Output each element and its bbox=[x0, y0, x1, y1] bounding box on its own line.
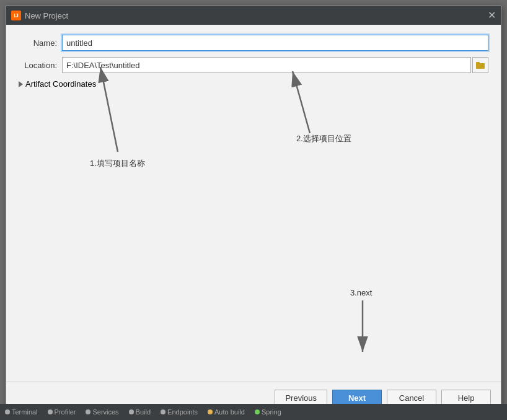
taskbar-profiler[interactable]: Profiler bbox=[48, 408, 76, 416]
name-label: Name: bbox=[19, 38, 62, 48]
location-label: Location: bbox=[19, 61, 62, 70]
taskbar-dot-services bbox=[86, 409, 90, 414]
annotation-3: 3.next bbox=[350, 288, 372, 297]
taskbar-build[interactable]: Build bbox=[129, 408, 151, 416]
dialog-title: New Project bbox=[25, 11, 68, 20]
name-row: Name: bbox=[19, 35, 488, 51]
artifact-coordinates-row[interactable]: Artifact Coordinates bbox=[19, 79, 488, 89]
taskbar-dot-terminal bbox=[5, 409, 10, 414]
annotation-2: 2.选择项目位置 bbox=[296, 133, 351, 144]
taskbar-spring[interactable]: Spring bbox=[255, 408, 281, 416]
taskbar-terminal[interactable]: Terminal bbox=[5, 408, 38, 416]
taskbar-services[interactable]: Services bbox=[86, 408, 118, 416]
taskbar-endpoints[interactable]: Endpoints bbox=[161, 408, 198, 416]
title-bar-left: IJ New Project bbox=[11, 11, 68, 20]
taskbar-dot-build bbox=[129, 409, 134, 414]
folder-icon bbox=[476, 61, 485, 69]
annotation-1: 1.填写项目名称 bbox=[90, 158, 145, 169]
taskbar-dot-endpoints bbox=[161, 409, 165, 414]
title-bar: IJ New Project ✕ bbox=[6, 6, 501, 25]
name-input[interactable] bbox=[62, 35, 488, 51]
location-row: Location: bbox=[19, 57, 488, 73]
taskbar-dot-profiler bbox=[48, 409, 53, 414]
taskbar-dot-spring bbox=[255, 409, 260, 414]
taskbar: Terminal Profiler Services Build Endpoin… bbox=[0, 404, 507, 420]
artifact-toggle-icon bbox=[19, 81, 23, 87]
dialog-body: Name: Location: Artifact Coordinates bbox=[6, 25, 501, 382]
close-button[interactable]: ✕ bbox=[488, 11, 496, 20]
svg-rect-1 bbox=[476, 62, 480, 64]
browse-folder-button[interactable] bbox=[472, 57, 488, 73]
location-input[interactable] bbox=[62, 57, 471, 73]
annotations-overlay bbox=[6, 25, 501, 382]
app-icon: IJ bbox=[11, 11, 21, 20]
taskbar-autobuild[interactable]: Auto build bbox=[208, 408, 245, 416]
new-project-dialog: IJ New Project ✕ Name: Location: bbox=[6, 6, 501, 414]
artifact-label: Artifact Coordinates bbox=[25, 79, 96, 89]
taskbar-dot-autobuild bbox=[208, 409, 213, 414]
